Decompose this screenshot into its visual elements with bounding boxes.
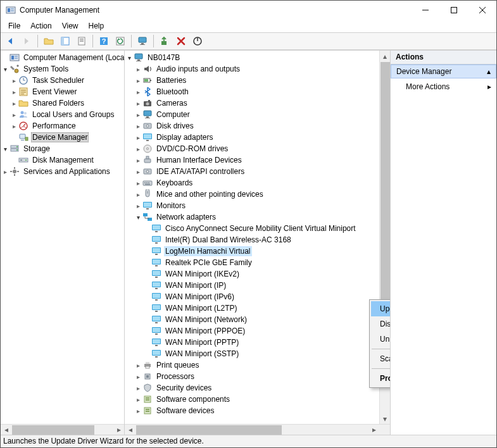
cat-processors[interactable]: Processors <box>125 371 379 382</box>
properties-button[interactable] <box>75 34 89 48</box>
forward-button[interactable] <box>20 34 34 48</box>
svg-rect-73 <box>161 41 167 45</box>
back-button[interactable] <box>3 34 17 48</box>
svg-rect-69 <box>80 41 84 42</box>
svg-rect-65 <box>61 37 64 45</box>
nav-task-scheduler[interactable]: Task Scheduler <box>1 75 124 86</box>
device-tree[interactable]: NB0147B Audio inputs and outputs Batteri… <box>125 51 390 424</box>
title-bar: Computer Management <box>1 1 496 20</box>
cat-audio[interactable]: Audio inputs and outputs <box>125 63 379 75</box>
cm-separator <box>372 349 391 349</box>
nav-system-tools[interactable]: System Tools <box>1 63 124 75</box>
menu-help[interactable]: Help <box>84 20 110 32</box>
nav-disk-management[interactable]: Disk Management <box>1 154 124 166</box>
cat-disk[interactable]: Disk drives <box>125 120 379 132</box>
status-text: Launches the Update Driver Wizard for th… <box>3 437 204 445</box>
submenu-arrow-icon: ▸ <box>488 82 491 91</box>
adapter-realtek[interactable]: Realtek PCIe GbE Family <box>125 257 379 268</box>
cm-scan-hardware[interactable]: Scan for hardware changes <box>371 351 391 366</box>
cm-uninstall-device[interactable]: Uninstall device <box>371 332 391 347</box>
cat-network[interactable]: Network adapters <box>125 211 379 223</box>
adapter-wan-ipv6[interactable]: WAN Miniport (IPv6) <box>125 291 379 302</box>
nav-performance[interactable]: Performance <box>1 120 124 132</box>
app-icon <box>6 5 16 15</box>
refresh-button[interactable] <box>113 34 127 48</box>
cat-security[interactable]: Security devices <box>125 382 379 394</box>
cat-keyboards[interactable]: Keyboards <box>125 177 379 189</box>
center-hscroll[interactable]: ◂▸ <box>125 424 390 435</box>
cat-print-queues[interactable]: Print queues <box>125 359 379 371</box>
status-bar: Launches the Update Driver Wizard for th… <box>1 435 496 447</box>
menu-file[interactable]: File <box>3 20 25 32</box>
cm-update-driver[interactable]: Update driver <box>371 301 391 316</box>
update-driver-button[interactable] <box>158 34 172 48</box>
show-hide-tree-button[interactable] <box>58 34 72 48</box>
cat-dvd[interactable]: DVD/CD-ROM drives <box>125 143 379 154</box>
actions-group-device-manager[interactable]: Device Manager ▴ <box>391 65 496 78</box>
device-root[interactable]: NB0147B <box>125 52 379 63</box>
adapter-wan-sstp[interactable]: WAN Miniport (SSTP) <box>125 348 379 359</box>
console-tree-pane: Computer Management (Local) System Tools… <box>1 51 125 435</box>
cm-disable-device[interactable]: Disable device <box>371 316 391 332</box>
adapter-cisco[interactable]: Cisco AnyConnect Secure Mobility Client … <box>125 223 379 234</box>
cat-monitors[interactable]: Monitors <box>125 200 379 211</box>
svg-rect-68 <box>80 40 84 40</box>
svg-rect-67 <box>80 39 84 39</box>
cat-software-comp[interactable]: Software components <box>125 394 379 405</box>
disable-button[interactable] <box>191 34 204 48</box>
adapter-wan-pptp[interactable]: WAN Miniport (PPTP) <box>125 337 379 348</box>
cm-properties[interactable]: Properties <box>371 371 391 386</box>
menu-action[interactable]: Action <box>25 20 56 32</box>
svg-text:?: ? <box>102 37 106 45</box>
window-title: Computer Management <box>20 6 411 15</box>
show-devices-button[interactable] <box>135 34 149 48</box>
menu-bar: File Action View Help <box>1 20 496 32</box>
cat-bluetooth[interactable]: Bluetooth <box>125 86 379 97</box>
nav-root[interactable]: Computer Management (Local) <box>1 52 124 63</box>
adapter-wan-ikev2[interactable]: WAN Miniport (IKEv2) <box>125 268 379 280</box>
nav-local-users[interactable]: Local Users and Groups <box>1 109 124 120</box>
cat-hid[interactable]: Human Interface Devices <box>125 154 379 166</box>
adapter-wan-l2tp[interactable]: WAN Miniport (L2TP) <box>125 302 379 314</box>
console-tree[interactable]: Computer Management (Local) System Tools… <box>1 51 124 424</box>
cat-batteries[interactable]: Batteries <box>125 75 379 86</box>
up-button[interactable] <box>42 34 56 48</box>
adapter-wan-ip[interactable]: WAN Miniport (IP) <box>125 280 379 291</box>
toolbar: ? <box>1 32 496 50</box>
actions-group-label: Device Manager <box>396 67 451 76</box>
nav-services[interactable]: Services and Applications <box>1 166 124 177</box>
adapter-wan-pppoe[interactable]: WAN Miniport (PPPOE) <box>125 325 379 337</box>
nav-event-viewer[interactable]: Event Viewer <box>1 86 124 97</box>
cm-separator <box>372 368 391 369</box>
maximize-button[interactable] <box>439 1 468 20</box>
context-menu: Update driver Disable device Uninstall d… <box>369 299 391 388</box>
close-button[interactable] <box>468 1 496 20</box>
cat-software-dev[interactable]: Software devices <box>125 405 379 416</box>
minimize-button[interactable] <box>411 1 439 20</box>
actions-more-label: More Actions <box>406 82 450 91</box>
uninstall-button[interactable] <box>174 34 188 48</box>
adapter-intel[interactable]: Intel(R) Dual Band Wireless-AC 3168 <box>125 234 379 246</box>
nav-shared-folders[interactable]: Shared Folders <box>1 97 124 109</box>
nav-hscroll[interactable]: ◂▸ <box>1 424 124 435</box>
adapter-hamachi[interactable]: LogMeIn Hamachi Virtual <box>125 246 379 257</box>
cat-mice[interactable]: Mice and other pointing devices <box>125 189 379 200</box>
help-button[interactable]: ? <box>97 34 111 48</box>
device-tree-pane: NB0147B Audio inputs and outputs Batteri… <box>125 51 391 435</box>
collapse-icon: ▴ <box>487 67 491 76</box>
cat-display[interactable]: Display adapters <box>125 132 379 143</box>
svg-rect-63 <box>451 8 456 13</box>
adapter-wan-net[interactable]: WAN Miniport (Network) <box>125 314 379 325</box>
nav-device-manager[interactable]: Device Manager <box>1 132 124 143</box>
actions-header: Actions <box>391 51 496 65</box>
menu-view[interactable]: View <box>57 20 84 32</box>
cat-cameras[interactable]: Cameras <box>125 97 379 109</box>
cat-ide[interactable]: IDE ATA/ATAPI controllers <box>125 166 379 177</box>
nav-storage[interactable]: Storage <box>1 143 124 154</box>
cat-computer[interactable]: Computer <box>125 109 379 120</box>
actions-more[interactable]: More Actions ▸ <box>391 78 496 95</box>
actions-pane: Actions Device Manager ▴ More Actions ▸ <box>391 51 496 435</box>
